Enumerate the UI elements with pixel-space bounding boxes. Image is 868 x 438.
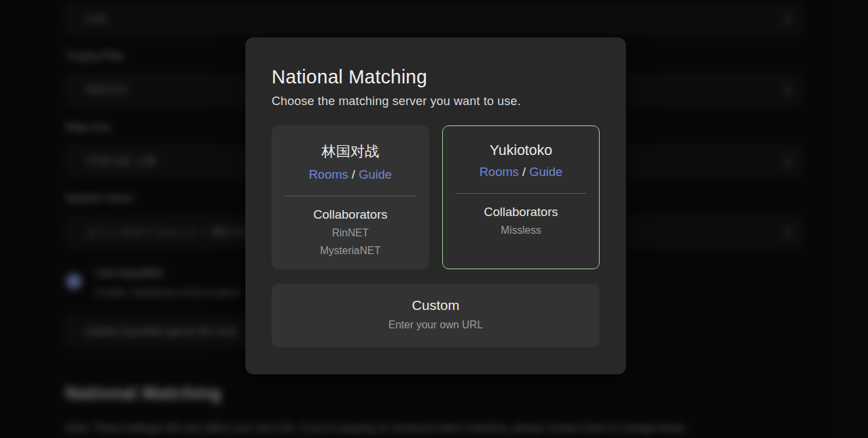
custom-card-subtitle: Enter your own URL [272, 319, 600, 331]
card-divider [455, 193, 587, 194]
modal-title: National Matching [272, 66, 600, 88]
custom-server-card[interactable]: Custom Enter your own URL [272, 284, 600, 347]
custom-card-title: Custom [272, 297, 600, 313]
collaborators-heading: Collaborators [443, 205, 599, 219]
guide-link[interactable]: Guide [359, 167, 392, 181]
collaborator-name: RinNET [272, 226, 428, 240]
server-name: Yukiotoko [443, 142, 599, 159]
collaborator-name: Missless [443, 223, 599, 237]
server-card-linguo[interactable]: 林国对战 Rooms / Guide Collaborators RinNET … [272, 125, 429, 269]
collaborators-heading: Collaborators [272, 208, 428, 222]
server-card-yukiotoko[interactable]: Yukiotoko Rooms / Guide Collaborators Mi… [442, 125, 600, 269]
link-separator: / [352, 167, 359, 181]
server-links: Rooms / Guide [443, 165, 599, 179]
modal-subtitle: Choose the matching server you want to u… [272, 94, 600, 108]
link-separator: / [522, 165, 529, 179]
collaborator-name: MysteriaNET [272, 244, 428, 257]
server-links: Rooms / Guide [272, 167, 428, 182]
card-divider [285, 196, 416, 196]
server-card-row: 林国对战 Rooms / Guide Collaborators RinNET … [272, 125, 600, 269]
national-matching-modal: National Matching Choose the matching se… [245, 37, 626, 374]
guide-link[interactable]: Guide [529, 165, 563, 179]
rooms-link[interactable]: Rooms [480, 165, 519, 179]
server-name: 林国对战 [272, 142, 428, 162]
rooms-link[interactable]: Rooms [309, 167, 348, 181]
